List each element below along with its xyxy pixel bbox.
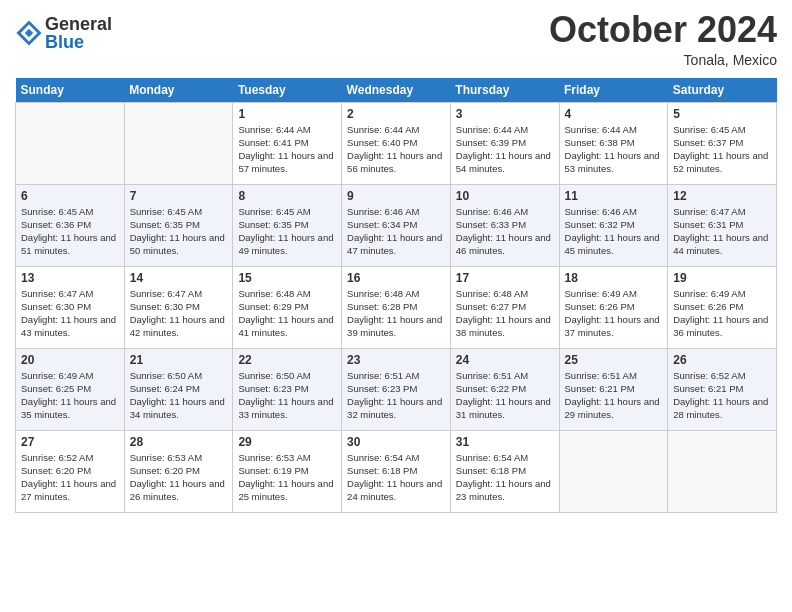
day-number: 26: [673, 353, 771, 367]
day-number: 11: [565, 189, 663, 203]
calendar-week-row: 6Sunrise: 6:45 AMSunset: 6:36 PMDaylight…: [16, 184, 777, 266]
day-info: Sunrise: 6:47 AMSunset: 6:30 PMDaylight:…: [21, 287, 119, 340]
day-number: 9: [347, 189, 445, 203]
calendar-cell: 19Sunrise: 6:49 AMSunset: 6:26 PMDayligh…: [668, 266, 777, 348]
day-info: Sunrise: 6:49 AMSunset: 6:25 PMDaylight:…: [21, 369, 119, 422]
day-info: Sunrise: 6:45 AMSunset: 6:36 PMDaylight:…: [21, 205, 119, 258]
calendar-cell: 13Sunrise: 6:47 AMSunset: 6:30 PMDayligh…: [16, 266, 125, 348]
day-info: Sunrise: 6:47 AMSunset: 6:30 PMDaylight:…: [130, 287, 228, 340]
day-number: 13: [21, 271, 119, 285]
page-header: General Blue October 2024 Tonala, Mexico: [15, 10, 777, 68]
day-info: Sunrise: 6:46 AMSunset: 6:33 PMDaylight:…: [456, 205, 554, 258]
day-info: Sunrise: 6:44 AMSunset: 6:40 PMDaylight:…: [347, 123, 445, 176]
col-header-wednesday: Wednesday: [342, 78, 451, 103]
day-info: Sunrise: 6:50 AMSunset: 6:24 PMDaylight:…: [130, 369, 228, 422]
calendar-cell: 28Sunrise: 6:53 AMSunset: 6:20 PMDayligh…: [124, 430, 233, 512]
col-header-thursday: Thursday: [450, 78, 559, 103]
calendar-cell: 7Sunrise: 6:45 AMSunset: 6:35 PMDaylight…: [124, 184, 233, 266]
day-info: Sunrise: 6:45 AMSunset: 6:35 PMDaylight:…: [238, 205, 336, 258]
calendar-cell: 18Sunrise: 6:49 AMSunset: 6:26 PMDayligh…: [559, 266, 668, 348]
day-number: 12: [673, 189, 771, 203]
day-info: Sunrise: 6:54 AMSunset: 6:18 PMDaylight:…: [347, 451, 445, 504]
day-number: 22: [238, 353, 336, 367]
calendar-cell: 29Sunrise: 6:53 AMSunset: 6:19 PMDayligh…: [233, 430, 342, 512]
day-number: 7: [130, 189, 228, 203]
calendar-week-row: 13Sunrise: 6:47 AMSunset: 6:30 PMDayligh…: [16, 266, 777, 348]
calendar-cell: 22Sunrise: 6:50 AMSunset: 6:23 PMDayligh…: [233, 348, 342, 430]
day-number: 18: [565, 271, 663, 285]
calendar-cell: 30Sunrise: 6:54 AMSunset: 6:18 PMDayligh…: [342, 430, 451, 512]
day-number: 28: [130, 435, 228, 449]
day-number: 27: [21, 435, 119, 449]
calendar-cell: 20Sunrise: 6:49 AMSunset: 6:25 PMDayligh…: [16, 348, 125, 430]
calendar-cell: 26Sunrise: 6:52 AMSunset: 6:21 PMDayligh…: [668, 348, 777, 430]
day-number: 29: [238, 435, 336, 449]
day-info: Sunrise: 6:50 AMSunset: 6:23 PMDaylight:…: [238, 369, 336, 422]
calendar-cell: 25Sunrise: 6:51 AMSunset: 6:21 PMDayligh…: [559, 348, 668, 430]
day-number: 23: [347, 353, 445, 367]
day-info: Sunrise: 6:44 AMSunset: 6:39 PMDaylight:…: [456, 123, 554, 176]
calendar-cell: 15Sunrise: 6:48 AMSunset: 6:29 PMDayligh…: [233, 266, 342, 348]
day-number: 4: [565, 107, 663, 121]
day-info: Sunrise: 6:48 AMSunset: 6:27 PMDaylight:…: [456, 287, 554, 340]
day-info: Sunrise: 6:51 AMSunset: 6:23 PMDaylight:…: [347, 369, 445, 422]
col-header-saturday: Saturday: [668, 78, 777, 103]
day-info: Sunrise: 6:44 AMSunset: 6:38 PMDaylight:…: [565, 123, 663, 176]
day-number: 16: [347, 271, 445, 285]
calendar-cell: [16, 102, 125, 184]
day-info: Sunrise: 6:45 AMSunset: 6:35 PMDaylight:…: [130, 205, 228, 258]
day-info: Sunrise: 6:52 AMSunset: 6:20 PMDaylight:…: [21, 451, 119, 504]
day-info: Sunrise: 6:48 AMSunset: 6:28 PMDaylight:…: [347, 287, 445, 340]
month-title: October 2024: [549, 10, 777, 50]
calendar-cell: 12Sunrise: 6:47 AMSunset: 6:31 PMDayligh…: [668, 184, 777, 266]
calendar-cell: 4Sunrise: 6:44 AMSunset: 6:38 PMDaylight…: [559, 102, 668, 184]
day-number: 17: [456, 271, 554, 285]
day-number: 1: [238, 107, 336, 121]
logo-general-text: General: [45, 15, 112, 33]
day-info: Sunrise: 6:54 AMSunset: 6:18 PMDaylight:…: [456, 451, 554, 504]
logo: General Blue: [15, 15, 112, 51]
calendar-cell: 9Sunrise: 6:46 AMSunset: 6:34 PMDaylight…: [342, 184, 451, 266]
col-header-sunday: Sunday: [16, 78, 125, 103]
day-info: Sunrise: 6:49 AMSunset: 6:26 PMDaylight:…: [673, 287, 771, 340]
calendar-table: SundayMondayTuesdayWednesdayThursdayFrid…: [15, 78, 777, 513]
day-number: 2: [347, 107, 445, 121]
title-block: October 2024 Tonala, Mexico: [549, 10, 777, 68]
calendar-cell: 6Sunrise: 6:45 AMSunset: 6:36 PMDaylight…: [16, 184, 125, 266]
day-info: Sunrise: 6:46 AMSunset: 6:34 PMDaylight:…: [347, 205, 445, 258]
day-number: 3: [456, 107, 554, 121]
calendar-cell: 24Sunrise: 6:51 AMSunset: 6:22 PMDayligh…: [450, 348, 559, 430]
day-number: 14: [130, 271, 228, 285]
day-info: Sunrise: 6:52 AMSunset: 6:21 PMDaylight:…: [673, 369, 771, 422]
day-number: 21: [130, 353, 228, 367]
calendar-cell: 11Sunrise: 6:46 AMSunset: 6:32 PMDayligh…: [559, 184, 668, 266]
calendar-cell: 14Sunrise: 6:47 AMSunset: 6:30 PMDayligh…: [124, 266, 233, 348]
day-info: Sunrise: 6:53 AMSunset: 6:20 PMDaylight:…: [130, 451, 228, 504]
calendar-week-row: 1Sunrise: 6:44 AMSunset: 6:41 PMDaylight…: [16, 102, 777, 184]
calendar-week-row: 27Sunrise: 6:52 AMSunset: 6:20 PMDayligh…: [16, 430, 777, 512]
day-number: 10: [456, 189, 554, 203]
day-info: Sunrise: 6:45 AMSunset: 6:37 PMDaylight:…: [673, 123, 771, 176]
day-info: Sunrise: 6:48 AMSunset: 6:29 PMDaylight:…: [238, 287, 336, 340]
calendar-cell: 10Sunrise: 6:46 AMSunset: 6:33 PMDayligh…: [450, 184, 559, 266]
day-info: Sunrise: 6:51 AMSunset: 6:21 PMDaylight:…: [565, 369, 663, 422]
day-info: Sunrise: 6:51 AMSunset: 6:22 PMDaylight:…: [456, 369, 554, 422]
calendar-cell: [559, 430, 668, 512]
day-number: 24: [456, 353, 554, 367]
calendar-week-row: 20Sunrise: 6:49 AMSunset: 6:25 PMDayligh…: [16, 348, 777, 430]
logo-blue-text: Blue: [45, 33, 112, 51]
day-number: 8: [238, 189, 336, 203]
day-info: Sunrise: 6:46 AMSunset: 6:32 PMDaylight:…: [565, 205, 663, 258]
calendar-cell: 3Sunrise: 6:44 AMSunset: 6:39 PMDaylight…: [450, 102, 559, 184]
location-text: Tonala, Mexico: [549, 52, 777, 68]
day-number: 20: [21, 353, 119, 367]
calendar-cell: 2Sunrise: 6:44 AMSunset: 6:40 PMDaylight…: [342, 102, 451, 184]
day-info: Sunrise: 6:49 AMSunset: 6:26 PMDaylight:…: [565, 287, 663, 340]
day-number: 25: [565, 353, 663, 367]
day-number: 15: [238, 271, 336, 285]
col-header-tuesday: Tuesday: [233, 78, 342, 103]
day-info: Sunrise: 6:44 AMSunset: 6:41 PMDaylight:…: [238, 123, 336, 176]
day-number: 19: [673, 271, 771, 285]
calendar-cell: 21Sunrise: 6:50 AMSunset: 6:24 PMDayligh…: [124, 348, 233, 430]
calendar-cell: [668, 430, 777, 512]
